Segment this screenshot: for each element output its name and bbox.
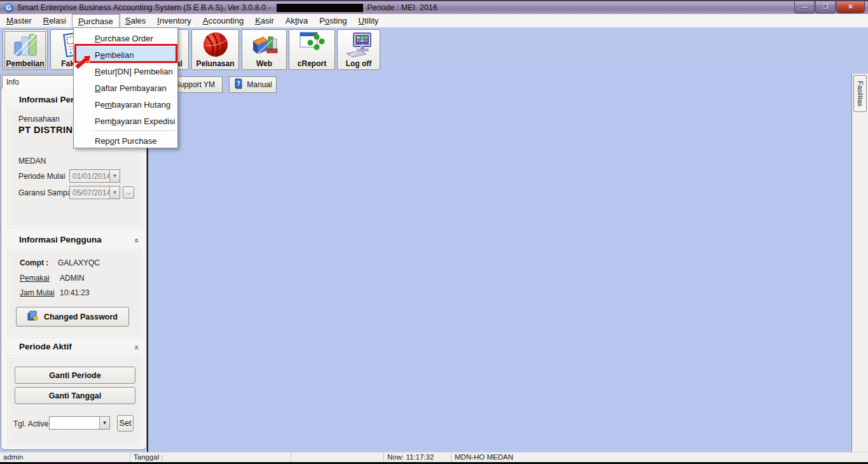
app-logo-icon: G (4, 3, 13, 13)
toolbar-button-label: Log off (346, 59, 372, 68)
main-content-area: Support YM ? Manual (148, 74, 851, 452)
ganti-tanggal-button[interactable]: Ganti Tanggal (15, 387, 135, 404)
support-ym-label: Support YM (175, 80, 215, 89)
company-name: PT DISTRIN (18, 125, 73, 135)
purchase-chart-icon (11, 31, 39, 60)
menu-utility[interactable]: Utility (353, 14, 385, 27)
pemakai-value: ADMIN (60, 274, 85, 283)
changed-password-button[interactable]: Changed Password (16, 307, 129, 327)
toolbar-button-label: Pembelian (6, 59, 44, 68)
status-empty (291, 453, 384, 462)
section-header-pengguna: Informasi Pengguna (19, 235, 102, 244)
periode-mulai-value: 01/01/2014 (70, 172, 109, 181)
report-window-icon (298, 31, 326, 59)
manual-label: Manual (247, 80, 272, 89)
toolbar-pembelian-button[interactable]: Pembelian (3, 29, 48, 70)
jam-mulai-link[interactable]: Jam Mulai (20, 288, 55, 297)
application-window: G Smart Enterprise Business Accounting S… (0, 0, 868, 464)
compt-value: GALAXYQC (58, 258, 100, 267)
perusahaan-label: Perusahaan (18, 115, 60, 123)
collapse-chevron-icon[interactable]: « (132, 236, 141, 246)
status-now: Now: 11:17:32 (384, 453, 451, 462)
toolbar-creport-button[interactable]: cReport (289, 29, 335, 70)
menu-accounting[interactable]: Accounting (197, 14, 249, 27)
collapse-chevron-icon[interactable]: « (132, 342, 141, 353)
toolbar-pelunasan-button[interactable]: Pelunasan (191, 29, 239, 70)
menu-bar: Master Relasi Purchase Sales Inventory A… (0, 14, 868, 27)
menu-inventory[interactable]: Inventory (151, 14, 197, 27)
status-bar: admin Tanggal : Now: 11:17:32 MDN-HO MED… (0, 452, 868, 462)
computer-icon (345, 31, 373, 60)
toolbar-logoff-button[interactable]: Log off (337, 29, 380, 70)
section-header-periode-aktif: Periode Aktif (19, 342, 72, 351)
password-book-icon (27, 311, 39, 323)
pemakai-link[interactable]: Pemakai (20, 274, 50, 283)
window-title: Smart Enterprise Business Accounting Sys… (17, 3, 273, 12)
changed-password-label: Changed Password (44, 313, 118, 321)
close-button[interactable]: ✕ (836, 1, 865, 13)
garansi-sampai-value: 05/07/2014 (70, 188, 109, 197)
annotation-arrow-icon (70, 51, 102, 76)
menu-aktiva[interactable]: Aktiva (280, 14, 313, 27)
menu-item-pembayaran-expedisi[interactable]: Pembayaran Expedisi (74, 113, 177, 129)
manual-book-icon: ? (233, 78, 243, 91)
red-ball-icon (202, 31, 230, 61)
tgl-active-label: Tgl. Active (13, 419, 48, 428)
tab-info[interactable]: Info (2, 75, 74, 88)
redacted-company-name (277, 4, 363, 12)
status-branch: MDN-HO MEDAN (451, 453, 868, 462)
periode-aktif-box: Ganti Periode Ganti Tanggal Tgl. Active … (8, 356, 141, 446)
menu-posting[interactable]: Posting (313, 14, 352, 27)
set-button[interactable]: Set (117, 415, 134, 432)
chevron-down-icon[interactable]: ▼ (99, 417, 109, 429)
window-title-periode: Periode : MEI 2016 (367, 3, 437, 12)
svg-text:?: ? (237, 80, 240, 87)
browse-button[interactable]: ... (123, 186, 134, 199)
title-bar: G Smart Enterprise Business Accounting S… (0, 0, 868, 14)
chevron-down-icon[interactable]: ▼ (109, 186, 120, 199)
menu-master[interactable]: Master (1, 14, 38, 27)
menu-sales[interactable]: Sales (120, 14, 152, 27)
menu-item-report-purchase[interactable]: Report Purchase (74, 132, 177, 149)
menu-relasi[interactable]: Relasi (38, 14, 72, 27)
toolbar-web-button[interactable]: Web (242, 29, 287, 70)
minimize-button[interactable]: — (794, 1, 815, 13)
window-controls: — ❐ ✕ (794, 1, 865, 13)
garansi-sampai-label: Garansi Sampai (18, 188, 73, 197)
tab-fasilitas[interactable]: Fasilitas (853, 75, 867, 112)
toolbar-button-label: Web (256, 59, 272, 68)
menu-separator (94, 130, 175, 131)
tgl-active-combobox[interactable]: ▼ (49, 416, 110, 430)
menu-item-daftar-pembayaran[interactable]: Daftar Pembayaran (74, 80, 177, 96)
periode-mulai-label: Periode Mulai (18, 172, 65, 181)
company-city: MEDAN (18, 157, 46, 165)
toolbar-button-label: cReport (298, 59, 326, 68)
manual-button[interactable]: ? Manual (229, 76, 277, 93)
user-info-box: Compt : GALAXYQC Pemakai ADMIN Jam Mulai… (8, 250, 141, 337)
right-dock-strip: Fasilitas (851, 74, 868, 452)
periode-mulai-combobox[interactable]: 01/01/2014 ▼ (69, 169, 120, 183)
status-user: admin (0, 453, 130, 462)
menu-item-pembayaran-hutang[interactable]: Pembayaran Hutang (74, 96, 177, 113)
menu-kasir[interactable]: Kasir (249, 14, 280, 27)
status-tanggal: Tanggal : (130, 453, 291, 462)
jam-mulai-value: 10:41:23 (60, 288, 90, 297)
ganti-periode-button[interactable]: Ganti Periode (15, 367, 135, 384)
web-box-icon (251, 31, 279, 60)
chevron-down-icon[interactable]: ▼ (109, 170, 120, 182)
restore-button[interactable]: ❐ (815, 1, 836, 13)
menu-purchase[interactable]: Purchase (72, 14, 120, 27)
garansi-sampai-combobox[interactable]: 05/07/2014 ▼ (69, 186, 120, 199)
compt-label: Compt : (20, 258, 48, 267)
